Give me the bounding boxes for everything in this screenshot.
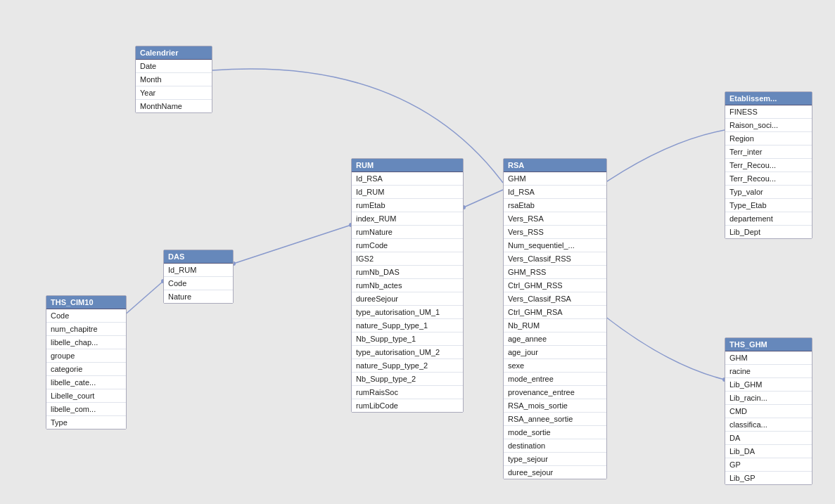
field-rum-libcode: rumLibCode <box>352 399 463 412</box>
field-nb-supp1: Nb_Supp_type_1 <box>352 332 463 346</box>
field-vers-classif-rsa: Vers_Classif_RSA <box>504 292 606 306</box>
field-id-rum: Id_RUM <box>352 186 463 199</box>
field-lib-gp: Lib_GP <box>725 472 812 484</box>
field-rum-etab: rumEtab <box>352 199 463 212</box>
field-id-rsa: Id_RSA <box>504 186 606 199</box>
field-ctrl-ghm-rss: Ctrl_GHM_RSS <box>504 279 606 292</box>
table-das-header: DAS <box>164 250 233 264</box>
field-nb-rum: Nb_RUM <box>504 319 606 332</box>
table-rum: RUM Id_RSA Id_RUM rumEtab index_RUM rumN… <box>351 158 464 413</box>
field-rum-nb-actes: rumNb_actes <box>352 279 463 292</box>
field-typ-valor: Typ_valor <box>725 186 812 199</box>
field-nature-supp1: nature_Supp_type_1 <box>352 319 463 332</box>
table-calendrier-header: Calendrier <box>136 46 212 60</box>
table-rsa-header: RSA <box>504 159 606 172</box>
field-terr-inter: Terr_inter <box>725 146 812 159</box>
field-nature: Nature <box>164 290 233 303</box>
table-calendrier: Calendrier Date Month Year MonthName <box>135 46 212 113</box>
field-terr-recou2: Terr_Recou... <box>725 172 812 186</box>
field-type-etab: Type_Etab <box>725 199 812 212</box>
field-month: Month <box>136 73 212 86</box>
table-etablissement: Etablissem... FINESS Raison_soci... Regi… <box>725 91 812 239</box>
field-monthname: MonthName <box>136 100 212 112</box>
field-gp: GP <box>725 458 812 472</box>
field-rsa-mois-sortie: RSA_mois_sortie <box>504 399 606 413</box>
table-ths-cim10-header: THS_CIM10 <box>46 296 126 309</box>
table-rsa: RSA GHM Id_RSA rsaEtab Vers_RSA Vers_RSS… <box>503 158 607 479</box>
table-rum-header: RUM <box>352 159 463 172</box>
field-lib-dept: Lib_Dept <box>725 226 812 238</box>
field-cmd: CMD <box>725 405 812 418</box>
field-libelle-court: Libelle_court <box>46 389 126 403</box>
field-libelle-chap: libelle_chap... <box>46 336 126 349</box>
field-finess: FINESS <box>725 105 812 119</box>
field-duree-sejour: dureeSejour <box>352 292 463 306</box>
field-age-jour: age_jour <box>504 346 606 359</box>
field-type: Type <box>46 416 126 429</box>
field-categorie: categorie <box>46 363 126 376</box>
field-da: DA <box>725 432 812 445</box>
field-vers-classif-rss: Vers_Classif_RSS <box>504 252 606 266</box>
field-code: Code <box>164 277 233 290</box>
ths-ghm-scroll[interactable]: GHM racine Lib_GHM Lib_racin... CMD clas… <box>725 351 812 484</box>
field-ghm: GHM <box>504 172 606 186</box>
table-das: DAS Id_RUM Code Nature <box>163 250 234 304</box>
field-nb-supp2: Nb_Supp_type_2 <box>352 373 463 386</box>
field-ctrl-ghm-rsa: Ctrl_GHM_RSA <box>504 306 606 319</box>
field-rum-nature: rumNature <box>352 226 463 239</box>
field-raison-soci: Raison_soci... <box>725 119 812 132</box>
field-lib-ghm: Lib_GHM <box>725 378 812 392</box>
field-rum-raissoc: rumRaisSoc <box>352 386 463 399</box>
field-ghm: GHM <box>725 351 812 365</box>
field-igs2: IGS2 <box>352 252 463 266</box>
field-num-chapitre: num_chapitre <box>46 323 126 336</box>
field-provenance-entree: provenance_entree <box>504 386 606 399</box>
field-vers-rss: Vers_RSS <box>504 226 606 239</box>
field-mode-entree: mode_entree <box>504 373 606 386</box>
field-type-aut-um2: type_autorisation_UM_2 <box>352 346 463 359</box>
field-mode-sortie: mode_sortie <box>504 426 606 439</box>
table-ths-cim10: THS_CIM10 Code num_chapitre libelle_chap… <box>46 295 127 429</box>
field-racine: racine <box>725 365 812 378</box>
field-sexe: sexe <box>504 359 606 373</box>
field-lib-racin: Lib_racin... <box>725 392 812 405</box>
table-etablissement-header: Etablissem... <box>725 92 812 105</box>
field-groupe: groupe <box>46 349 126 363</box>
field-rsa-etab: rsaEtab <box>504 199 606 212</box>
table-ths-ghm-header: THS_GHM <box>725 338 812 351</box>
field-year: Year <box>136 86 212 100</box>
field-id-rum: Id_RUM <box>164 264 233 277</box>
field-classifica: classifica... <box>725 418 812 432</box>
field-lib-da: Lib_DA <box>725 445 812 458</box>
field-code: Code <box>46 309 126 323</box>
field-age-annee: age_annee <box>504 332 606 346</box>
field-rsa-annee-sortie: RSA_annee_sortie <box>504 413 606 426</box>
field-nature-supp2: nature_Supp_type_2 <box>352 359 463 373</box>
field-libelle-com: libelle_com... <box>46 403 126 416</box>
field-index-rum: index_RUM <box>352 212 463 226</box>
field-rum-code: rumCode <box>352 239 463 252</box>
field-libelle-cate: libelle_cate... <box>46 376 126 389</box>
rsa-scroll[interactable]: GHM Id_RSA rsaEtab Vers_RSA Vers_RSS Num… <box>504 172 606 479</box>
field-type-aut-um1: type_autorisation_UM_1 <box>352 306 463 319</box>
field-rum-nb-das: rumNb_DAS <box>352 266 463 279</box>
field-id-rsa: Id_RSA <box>352 172 463 186</box>
field-terr-recou1: Terr_Recou... <box>725 159 812 172</box>
field-departement: departement <box>725 212 812 226</box>
field-region: Region <box>725 132 812 146</box>
field-duree-sejour: duree_sejour <box>504 466 606 479</box>
field-destination: destination <box>504 439 606 453</box>
field-ghm-rss: GHM_RSS <box>504 266 606 279</box>
table-ths-ghm: THS_GHM GHM racine Lib_GHM Lib_racin... … <box>725 337 812 485</box>
field-vers-rsa: Vers_RSA <box>504 212 606 226</box>
field-type-sejour: type_sejour <box>504 453 606 466</box>
field-date: Date <box>136 60 212 73</box>
field-num-seq: Num_sequentiel_... <box>504 239 606 252</box>
